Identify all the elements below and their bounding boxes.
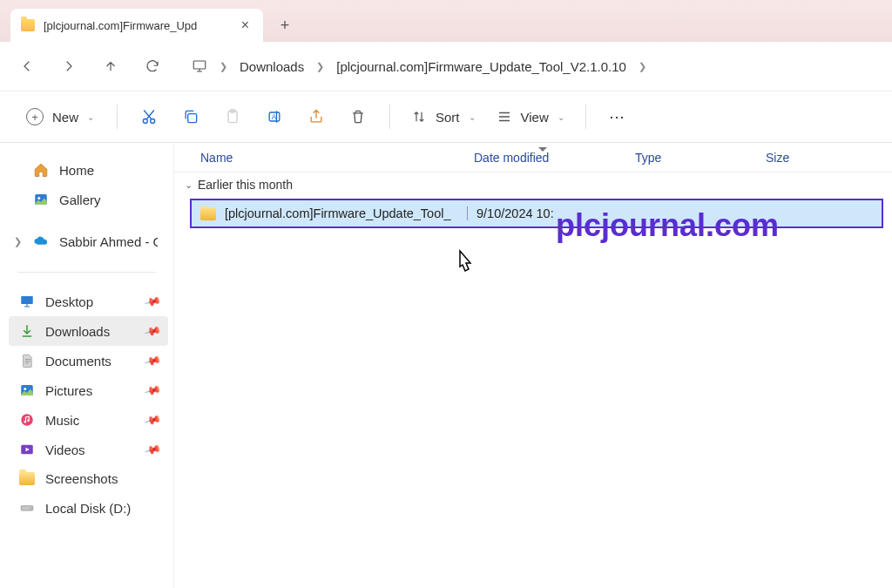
new-button[interactable]: + New ⌄ bbox=[16, 103, 105, 131]
sidebar-item-downloads[interactable]: Downloads 📌 bbox=[9, 316, 168, 346]
new-label: New bbox=[52, 110, 78, 125]
sidebar-item-label: Local Disk (D:) bbox=[45, 501, 131, 516]
sidebar-item-label: Documents bbox=[45, 354, 112, 368]
download-icon bbox=[19, 323, 35, 339]
sidebar-item-gallery[interactable]: Gallery bbox=[23, 185, 168, 214]
column-header-type[interactable]: Type bbox=[623, 151, 753, 165]
copy-button[interactable] bbox=[172, 99, 210, 134]
svg-point-14 bbox=[24, 421, 26, 423]
view-button[interactable]: View ⌄ bbox=[488, 104, 573, 130]
svg-point-9 bbox=[37, 197, 40, 199]
plus-circle-icon: + bbox=[26, 108, 44, 125]
refresh-button[interactable] bbox=[134, 49, 171, 84]
sidebar-item-videos[interactable]: Videos 📌 bbox=[9, 435, 168, 464]
up-button[interactable] bbox=[92, 49, 129, 84]
divider bbox=[117, 105, 118, 129]
gallery-icon bbox=[33, 192, 49, 207]
sort-icon bbox=[411, 109, 427, 125]
more-button[interactable]: ⋯ bbox=[598, 99, 637, 134]
cut-button[interactable] bbox=[130, 99, 168, 134]
divider bbox=[585, 105, 586, 129]
sidebar-item-desktop[interactable]: Desktop 📌 bbox=[9, 287, 168, 316]
divider bbox=[389, 105, 390, 129]
paste-button[interactable] bbox=[213, 99, 252, 134]
pictures-icon bbox=[19, 382, 35, 398]
tab-close-icon[interactable]: × bbox=[238, 16, 253, 35]
folder-icon bbox=[21, 19, 35, 31]
music-icon bbox=[19, 412, 35, 428]
chevron-right-icon: ❯ bbox=[639, 61, 646, 72]
file-name: [plcjournal.com]Firmware_Update_Tool_ bbox=[225, 206, 451, 220]
sidebar-item-label: Gallery bbox=[59, 193, 101, 207]
forward-button[interactable] bbox=[51, 49, 87, 84]
desktop-icon bbox=[19, 294, 35, 309]
pin-icon[interactable]: 📌 bbox=[143, 441, 161, 459]
chevron-down-icon: ⌄ bbox=[469, 112, 476, 122]
folder-icon bbox=[200, 207, 216, 220]
sidebar-item-screenshots[interactable]: Screenshots bbox=[9, 464, 168, 493]
svg-point-18 bbox=[30, 508, 32, 510]
nav-bar: ❯ Downloads ❯ [plcjournal.com]Firmware_U… bbox=[0, 42, 892, 91]
rename-button[interactable]: A bbox=[255, 99, 294, 134]
sidebar: Home Gallery ❯ Sabbir Ahmed - Glo Deskto… bbox=[0, 143, 174, 588]
sidebar-item-label: Videos bbox=[45, 443, 85, 457]
sidebar-item-home[interactable]: Home bbox=[23, 155, 168, 185]
svg-rect-10 bbox=[21, 296, 33, 304]
column-header-name[interactable]: Name bbox=[174, 151, 462, 165]
column-header-size[interactable]: Size bbox=[753, 151, 892, 165]
pin-icon[interactable]: 📌 bbox=[143, 382, 161, 400]
breadcrumb-current[interactable]: [plcjournal.com]Firmware_Update_Tool_V2.… bbox=[336, 59, 626, 74]
delete-button[interactable] bbox=[339, 99, 377, 134]
folder-icon bbox=[19, 472, 35, 485]
sidebar-item-music[interactable]: Music 📌 bbox=[9, 405, 168, 435]
svg-point-13 bbox=[21, 414, 33, 426]
svg-rect-3 bbox=[188, 114, 197, 123]
file-row-selected[interactable]: [plcjournal.com]Firmware_Update_Tool_ 9/… bbox=[190, 199, 883, 228]
share-button[interactable] bbox=[297, 99, 335, 134]
chevron-right-icon[interactable]: ❯ bbox=[14, 236, 22, 247]
svg-rect-0 bbox=[193, 61, 206, 69]
group-header[interactable]: ⌄ Earlier this month bbox=[174, 172, 892, 197]
sidebar-item-label: Pictures bbox=[45, 383, 92, 398]
address-bar[interactable]: ❯ Downloads ❯ [plcjournal.com]Firmware_U… bbox=[176, 58, 883, 74]
column-headers: Name Date modified Type Size bbox=[174, 143, 892, 172]
videos-icon bbox=[19, 442, 35, 457]
tab-active[interactable]: [plcjournal.com]Firmware_Upd × bbox=[10, 9, 263, 42]
tab-title: [plcjournal.com]Firmware_Upd bbox=[44, 19, 229, 32]
sidebar-item-label: Home bbox=[59, 163, 94, 178]
chevron-right-icon: ❯ bbox=[220, 61, 227, 72]
svg-point-1 bbox=[143, 119, 147, 124]
sidebar-item-localdisk[interactable]: Local Disk (D:) bbox=[9, 493, 168, 523]
svg-point-12 bbox=[24, 388, 26, 390]
cloud-icon bbox=[33, 233, 49, 249]
view-label: View bbox=[521, 110, 549, 125]
pin-icon[interactable]: 📌 bbox=[143, 352, 161, 370]
title-bar: [plcjournal.com]Firmware_Upd × + bbox=[0, 0, 892, 42]
svg-text:A: A bbox=[272, 112, 277, 121]
file-date: 9/10/2024 10: bbox=[467, 206, 625, 220]
divider bbox=[17, 272, 156, 273]
pin-icon[interactable]: 📌 bbox=[143, 411, 161, 429]
back-button[interactable] bbox=[9, 49, 45, 84]
file-list-area[interactable]: Name Date modified Type Size ⌄ Earlier t… bbox=[174, 143, 892, 588]
sort-button[interactable]: Sort ⌄ bbox=[402, 104, 484, 130]
breadcrumb-downloads[interactable]: Downloads bbox=[240, 59, 304, 74]
sidebar-item-label: Sabbir Ahmed - Glo bbox=[59, 234, 158, 249]
new-tab-button[interactable]: + bbox=[268, 9, 301, 42]
pin-icon[interactable]: 📌 bbox=[143, 293, 161, 311]
drive-icon bbox=[19, 500, 35, 516]
toolbar: + New ⌄ A Sort ⌄ View ⌄ ⋯ bbox=[0, 91, 892, 143]
sidebar-item-documents[interactable]: Documents 📌 bbox=[9, 346, 168, 375]
view-icon bbox=[497, 109, 512, 125]
sort-label: Sort bbox=[436, 110, 460, 125]
sidebar-item-onedrive[interactable]: ❯ Sabbir Ahmed - Glo bbox=[23, 226, 168, 256]
sidebar-item-label: Desktop bbox=[45, 294, 93, 309]
chevron-right-icon: ❯ bbox=[316, 61, 324, 72]
pin-icon[interactable]: 📌 bbox=[143, 322, 161, 341]
chevron-down-icon: ⌄ bbox=[185, 179, 193, 191]
documents-icon bbox=[19, 353, 35, 368]
column-header-date[interactable]: Date modified bbox=[462, 151, 623, 165]
sidebar-item-pictures[interactable]: Pictures 📌 bbox=[9, 375, 168, 405]
home-icon bbox=[33, 162, 49, 178]
chevron-down-icon: ⌄ bbox=[558, 112, 564, 122]
